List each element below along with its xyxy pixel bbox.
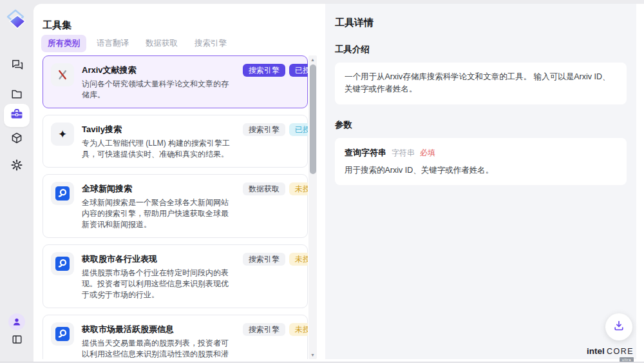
intel-brand-text: intel bbox=[587, 346, 605, 356]
tool-badges: 数据获取未授权 bbox=[243, 182, 308, 230]
gear-icon bbox=[10, 159, 23, 174]
params-heading: 参数 bbox=[335, 119, 627, 131]
badge-未授权: 未授权 bbox=[289, 182, 308, 195]
sidebar-item-settings[interactable] bbox=[0, 159, 33, 174]
main-shell: 工具集 所有类别语言翻译数据获取搜索引擎 Arxiv文献搜索访问各个研究领域大量… bbox=[33, 4, 644, 362]
tool-description: 提供股票市场各个行业在特定时间段内的表现。投资者可以利用这些信息来识别表现优于或… bbox=[82, 268, 235, 300]
scrollbar-thumb[interactable] bbox=[310, 64, 316, 174]
list-scrollbar[interactable]: ▲ ▼ bbox=[308, 55, 317, 359]
scroll-down-icon[interactable]: ▼ bbox=[308, 351, 317, 359]
tool-card-body: 全球新闻搜索全球新闻搜索是一个聚合全球各大新闻网站内容的搜索引擎，帮助用户快速获… bbox=[82, 182, 235, 230]
page-title: 工具集 bbox=[43, 19, 71, 32]
tool-card[interactable]: Arxiv文献搜索访问各个研究领域大量科学论文和文章的存储库。搜索引擎已授权 bbox=[43, 55, 308, 108]
badge-未授权: 未授权 bbox=[289, 253, 308, 266]
sidebar-item-collapse[interactable] bbox=[0, 333, 33, 348]
sidebar-item-models[interactable] bbox=[0, 132, 33, 147]
download-button[interactable] bbox=[605, 313, 632, 340]
tool-badges: 搜索引擎已授权 bbox=[243, 123, 308, 160]
tool-card-body: Arxiv文献搜索访问各个研究领域大量科学论文和文章的存储库。 bbox=[82, 63, 235, 101]
tool-description: 全球新闻搜索是一个聚合全球各大新闻网站内容的搜索引擎，帮助用户快速获取全球最新资… bbox=[82, 197, 235, 230]
tool-name: Tavily搜索 bbox=[82, 124, 235, 135]
tool-description: 专为人工智能代理 (LLM) 构建的搜索引擎工具，可快速提供实时、准确和真实的结… bbox=[82, 138, 235, 160]
tool-badges: 搜索引擎未授权 bbox=[243, 322, 308, 359]
tab-数据获取[interactable]: 数据获取 bbox=[139, 35, 184, 52]
intro-text: 一个用于从Arxiv存储库搜索科学论文和文章的工具。 输入可以是Arxiv ID… bbox=[345, 72, 611, 93]
cube-icon bbox=[10, 132, 23, 147]
sidebar-item-user[interactable] bbox=[0, 313, 33, 330]
category-tabs: 所有类别语言翻译数据获取搜索引擎 bbox=[41, 35, 233, 52]
param-box: 查询字符串 字符串 必填 用于搜索的Arxiv ID、关键字或作者姓名。 bbox=[335, 138, 627, 186]
tool-card[interactable]: ✦Tavily搜索专为人工智能代理 (LLM) 构建的搜索引擎工具，可快速提供实… bbox=[43, 115, 308, 168]
badge-已授权: 已授权 bbox=[289, 64, 308, 77]
tool-card[interactable]: 全球新闻搜索全球新闻搜索是一个聚合全球各大新闻网站内容的搜索引擎，帮助用户快速获… bbox=[43, 174, 308, 238]
tool-name: 获取市场最活跃股票信息 bbox=[82, 324, 235, 335]
intel-core-logo: intel CORE ultra bbox=[587, 346, 634, 356]
news-search-icon bbox=[51, 322, 74, 346]
badge-搜索引擎: 搜索引擎 bbox=[243, 323, 285, 336]
badge-未授权: 未授权 bbox=[289, 323, 308, 336]
tool-name: Arxiv文献搜索 bbox=[82, 64, 235, 76]
intro-box: 一个用于从Arxiv存储库搜索科学论文和文章的工具。 输入可以是Arxiv ID… bbox=[335, 63, 627, 104]
intel-ultra-badge: ultra bbox=[620, 357, 634, 362]
download-icon bbox=[612, 319, 625, 335]
tool-name: 获取股市各行业表现 bbox=[82, 253, 235, 265]
tab-所有类别[interactable]: 所有类别 bbox=[41, 35, 86, 52]
details-title: 工具详情 bbox=[335, 17, 627, 29]
app-logo bbox=[0, 8, 33, 34]
sidebar-item-files[interactable] bbox=[0, 88, 33, 103]
chat-icon bbox=[10, 58, 23, 74]
details-panel: 工具详情 工具介绍 一个用于从Arxiv存储库搜索科学论文和文章的工具。 输入可… bbox=[325, 4, 636, 359]
scroll-up-icon[interactable]: ▲ bbox=[308, 55, 317, 64]
tab-搜索引擎[interactable]: 搜索引擎 bbox=[188, 35, 233, 52]
tool-card-body: 获取市场最活跃股票信息提供当天交易量最高的股票列表，投资者可以利用这些信息来识别… bbox=[82, 322, 235, 359]
tool-card-body: 获取股市各行业表现提供股票市场各个行业在特定时间段内的表现。投资者可以利用这些信… bbox=[82, 252, 235, 300]
tab-语言翻译[interactable]: 语言翻译 bbox=[90, 35, 135, 52]
tool-list: Arxiv文献搜索访问各个研究领域大量科学论文和文章的存储库。搜索引擎已授权✦T… bbox=[43, 55, 308, 359]
tool-name: 全球新闻搜索 bbox=[82, 183, 235, 195]
sidebar-item-tools[interactable] bbox=[4, 104, 30, 127]
tool-card[interactable]: 获取股市各行业表现提供股票市场各个行业在特定时间段内的表现。投资者可以利用这些信… bbox=[43, 244, 308, 308]
intel-core-text: CORE ultra bbox=[607, 347, 634, 356]
tool-card[interactable]: 获取市场最活跃股票信息提供当天交易量最高的股票列表，投资者可以利用这些信息来识别… bbox=[43, 315, 308, 359]
tool-badges: 搜索引擎已授权 bbox=[243, 63, 308, 101]
intro-heading: 工具介绍 bbox=[335, 44, 627, 55]
folder-icon bbox=[10, 88, 23, 103]
tool-badges: 搜索引擎未授权 bbox=[243, 252, 308, 300]
tool-card-body: Tavily搜索专为人工智能代理 (LLM) 构建的搜索引擎工具，可快速提供实时… bbox=[82, 123, 235, 160]
panel-collapse-icon bbox=[11, 333, 23, 348]
badge-搜索引擎: 搜索引擎 bbox=[243, 64, 285, 77]
toolbox-icon bbox=[10, 107, 24, 124]
window-bottom-border bbox=[0, 362, 644, 362]
param-required-flag: 必填 bbox=[420, 147, 435, 159]
param-description: 用于搜索的Arxiv ID、关键字或作者姓名。 bbox=[345, 164, 617, 177]
sidebar bbox=[0, 0, 33, 363]
tools-panel: 工具集 所有类别语言翻译数据获取搜索引擎 Arxiv文献搜索访问各个研究领域大量… bbox=[33, 4, 325, 362]
tool-description: 提供当天交易量最高的股票列表，投资者可以利用这些信息来识别流动性强的股票和潜在的… bbox=[82, 338, 235, 359]
badge-搜索引擎: 搜索引擎 bbox=[243, 253, 285, 266]
badge-数据获取: 数据获取 bbox=[243, 182, 285, 195]
sparkle-icon: ✦ bbox=[51, 123, 74, 146]
param-name: 查询字符串 bbox=[345, 146, 386, 159]
param-header: 查询字符串 字符串 必填 bbox=[345, 146, 617, 159]
badge-已授权: 已授权 bbox=[289, 123, 308, 136]
param-type: 字符串 bbox=[392, 147, 415, 159]
badge-搜索引擎: 搜索引擎 bbox=[243, 123, 285, 136]
logo-gem-icon bbox=[5, 8, 28, 34]
news-search-icon bbox=[51, 252, 74, 275]
avatar bbox=[8, 313, 25, 330]
news-search-icon bbox=[51, 182, 74, 205]
tool-description: 访问各个研究领域大量科学论文和文章的存储库。 bbox=[82, 79, 235, 101]
app-root: 工具集 所有类别语言翻译数据获取搜索引擎 Arxiv文献搜索访问各个研究领域大量… bbox=[0, 0, 644, 363]
sidebar-item-chat[interactable] bbox=[0, 58, 33, 74]
arxiv-logo-icon bbox=[51, 63, 74, 86]
